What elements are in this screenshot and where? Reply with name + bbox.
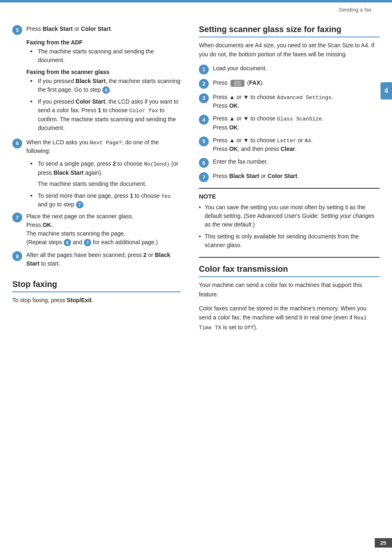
step-7-row: 7 Place the next page on the scanner gla…: [12, 212, 181, 247]
rgt-step-6-text: Enter the fax number.: [213, 157, 380, 166]
rgt-step-3-text: Press ▲ or ▼ to choose Advanced Settings…: [213, 93, 380, 111]
step6-bullet-1-extra: The machine starts sending the document.: [38, 180, 181, 188]
stop-faxing-title: Stop faxing: [12, 280, 181, 292]
note-box: NOTE You can save the setting you use mo…: [199, 188, 380, 258]
rgt-step-1-text: Load your document.: [213, 64, 380, 73]
color-fax-title: Color fax transmission: [199, 264, 380, 277]
stop-faxing-body: To stop faxing, press Stop/Exit.: [12, 296, 181, 305]
step-5-circle: 5: [12, 25, 22, 35]
rgt-step-5-text: Press ▲ or ▼ to choose Letter or A4.Pres…: [213, 136, 380, 154]
scanner-bullet-2: If you pressed Color Start, the LCD asks…: [30, 97, 181, 132]
step6-bullets: To send a single page, press 2 to choose…: [26, 160, 181, 209]
rgt-step-4-text: Press ▲ or ▼ to choose Glass ScanSize.Pr…: [213, 114, 380, 132]
scanner-bullet-1: If you pressed Black Start, the machine …: [30, 77, 181, 94]
step-8-text: After all the pages have been scanned, p…: [26, 251, 181, 268]
step6-bullet-1: To send a single page, press 2 to choose…: [30, 160, 181, 188]
step-8-circle: 8: [12, 251, 22, 261]
color-fax-para2: Color faxes cannot be stored in the mach…: [199, 304, 380, 333]
scanner-glass-title: Setting scanner glass size for faxing: [199, 25, 380, 37]
color-fax-section: Color fax transmission Your machine can …: [199, 264, 380, 333]
rgt-step-6-circle: 6: [199, 158, 209, 168]
rgt-step-5-circle: 5: [199, 136, 209, 146]
fax-button-icon: [231, 80, 244, 87]
step-7-circle: 7: [12, 213, 22, 222]
step-7-text: Place the next page on the scanner glass…: [26, 212, 181, 247]
scanner-glass-size-section: Setting scanner glass size for faxing Wh…: [199, 25, 380, 182]
section-label: Sending a fax: [339, 7, 371, 13]
rgt-step-7-row: 7 Press Black Start or Color Start.: [199, 172, 380, 182]
note-list: You can save the setting you use most of…: [199, 203, 380, 250]
faxing-from-adf: Faxing from the ADF The machine starts s…: [26, 39, 181, 65]
note-item-2: This setting is only available for sendi…: [199, 232, 380, 250]
scanner-glass-heading: Faxing from the scanner glass: [26, 69, 181, 75]
rgt-step-7-text: Press Black Start or Color Start.: [213, 172, 380, 180]
step-5-row: 5 Press Black Start or Color Start.: [12, 25, 181, 35]
rgt-step-2-text: Press (FAX).: [213, 79, 380, 87]
left-column: 5 Press Black Start or Color Start. Faxi…: [12, 25, 185, 526]
top-bar: [0, 0, 392, 2]
rgt-step-5-row: 5 Press ▲ or ▼ to choose Letter or A4.Pr…: [199, 136, 380, 154]
page-number: 25: [375, 538, 392, 548]
step6-sub: To send a single page, press 2 to choose…: [26, 160, 181, 209]
color-fax-para1: Your machine can send a color fax to mac…: [199, 280, 380, 299]
step-6-row: 6 When the LCD asks you Next Page?, do o…: [12, 138, 181, 156]
step-6-circle: 6: [12, 139, 22, 148]
page-header: Sending a fax: [339, 7, 371, 13]
stop-faxing-section: Stop faxing To stop faxing, press Stop/E…: [12, 280, 181, 305]
step-6-text: When the LCD asks you Next Page?, do one…: [26, 138, 181, 156]
step-8-row: 8 After all the pages have been scanned,…: [12, 251, 181, 268]
adf-bullets: The machine starts scanning and sending …: [26, 47, 181, 65]
adf-heading: Faxing from the ADF: [26, 39, 181, 46]
rgt-step-7-circle: 7: [199, 172, 209, 182]
rgt-step-2-row: 2 Press (FAX).: [199, 79, 380, 89]
rgt-step-2-circle: 2: [199, 79, 209, 89]
right-column: Setting scanner glass size for faxing Wh…: [195, 25, 380, 526]
note-item-1: You can save the setting you use most of…: [199, 203, 380, 229]
step6-bullet-2: To send more than one page, press 1 to c…: [30, 192, 181, 209]
rgt-step-6-row: 6 Enter the fax number.: [199, 157, 380, 168]
rgt-step-4-circle: 4: [199, 115, 209, 125]
scanner-glass-intro: When documents are A4 size, you need to …: [199, 41, 380, 59]
scanner-glass-bullets: If you pressed Black Start, the machine …: [26, 77, 181, 132]
rgt-step-1-row: 1 Load your document.: [199, 64, 380, 74]
adf-bullet-1: The machine starts scanning and sending …: [30, 47, 181, 65]
rgt-step-1-circle: 1: [199, 65, 209, 74]
rgt-step-3-circle: 3: [199, 93, 209, 103]
faxing-from-scanner-glass: Faxing from the scanner glass If you pre…: [26, 69, 181, 132]
rgt-step-3-row: 3 Press ▲ or ▼ to choose Advanced Settin…: [199, 93, 380, 111]
note-title: NOTE: [199, 193, 380, 200]
step-5-text: Press Black Start or Color Start.: [26, 25, 181, 33]
rgt-step-4-row: 4 Press ▲ or ▼ to choose Glass ScanSize.…: [199, 114, 380, 132]
